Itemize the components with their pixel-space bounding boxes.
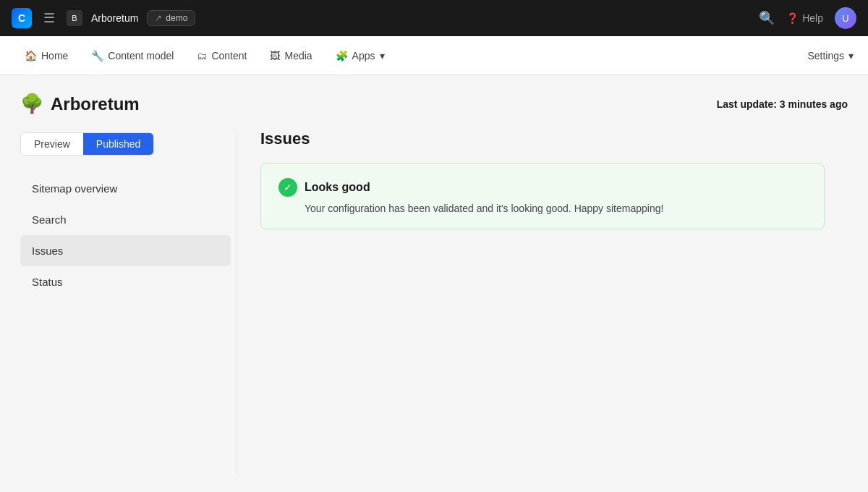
- env-badge[interactable]: demo: [147, 10, 195, 26]
- sidebar-item-search[interactable]: Search: [20, 204, 231, 235]
- brand-name: Arboretum: [91, 12, 138, 24]
- sidebar: Preview Published Sitemap overview Searc…: [20, 130, 237, 475]
- content-icon: 🗂: [197, 50, 207, 62]
- content-area: Preview Published Sitemap overview Searc…: [20, 130, 848, 475]
- tab-published[interactable]: Published: [83, 133, 154, 155]
- topbar-right: 🔍 ❓ Help U: [759, 7, 856, 29]
- apps-chevron-icon: ▾: [380, 50, 385, 62]
- success-title: Looks good: [305, 181, 370, 194]
- media-icon: 🖼: [270, 50, 280, 62]
- last-update: Last update: 3 minutes ago: [717, 98, 848, 110]
- search-button[interactable]: 🔍: [759, 10, 775, 26]
- contentful-logo[interactable]: C: [12, 8, 32, 28]
- settings-chevron-icon: ▾: [848, 50, 854, 62]
- sidebar-item-sitemap-overview[interactable]: Sitemap overview: [20, 173, 231, 204]
- success-card: ✓ Looks good Your configuration has been…: [260, 163, 825, 229]
- success-icon: ✓: [278, 178, 297, 197]
- tab-group: Preview Published: [20, 132, 154, 156]
- topbar: C ☰ B Arboretum demo 🔍 ❓ Help U: [0, 0, 868, 36]
- page-title: Arboretum: [51, 94, 140, 114]
- navbar: 🏠 Home 🔧 Content model 🗂 Content 🖼 Media…: [0, 36, 868, 75]
- sidebar-item-status[interactable]: Status: [20, 266, 231, 297]
- sidebar-nav: Sitemap overview Search Issues Status: [20, 173, 237, 297]
- tab-preview[interactable]: Preview: [21, 133, 83, 155]
- issues-panel-title: Issues: [260, 130, 825, 148]
- success-message: Your configuration has been validated an…: [278, 203, 807, 214]
- nav-item-content[interactable]: 🗂 Content: [187, 44, 257, 67]
- help-button[interactable]: ❓ Help: [786, 12, 823, 24]
- page-emoji: 🌳: [20, 93, 43, 115]
- brand-icon: B: [67, 10, 82, 26]
- nav-item-home[interactable]: 🏠 Home: [14, 44, 78, 67]
- main-wrapper: 🌳 Arboretum Last update: 3 minutes ago P…: [0, 75, 868, 492]
- page-title-row: 🌳 Arboretum: [20, 93, 140, 115]
- hamburger-menu[interactable]: ☰: [41, 7, 58, 29]
- user-avatar[interactable]: U: [835, 7, 856, 29]
- nav-item-content-model[interactable]: 🔧 Content model: [81, 44, 184, 67]
- nav-item-apps[interactable]: 🧩 Apps ▾: [326, 44, 395, 67]
- nav-item-media[interactable]: 🖼 Media: [260, 44, 322, 67]
- page-header: 🌳 Arboretum Last update: 3 minutes ago: [20, 93, 848, 115]
- home-icon: 🏠: [25, 50, 37, 62]
- settings-button[interactable]: Settings ▾: [807, 50, 854, 62]
- content-model-icon: 🔧: [91, 50, 103, 62]
- apps-icon: 🧩: [336, 50, 348, 62]
- success-card-header: ✓ Looks good: [278, 178, 807, 197]
- sidebar-item-issues[interactable]: Issues: [20, 235, 231, 266]
- right-panel: Issues ✓ Looks good Your configuration h…: [237, 130, 848, 475]
